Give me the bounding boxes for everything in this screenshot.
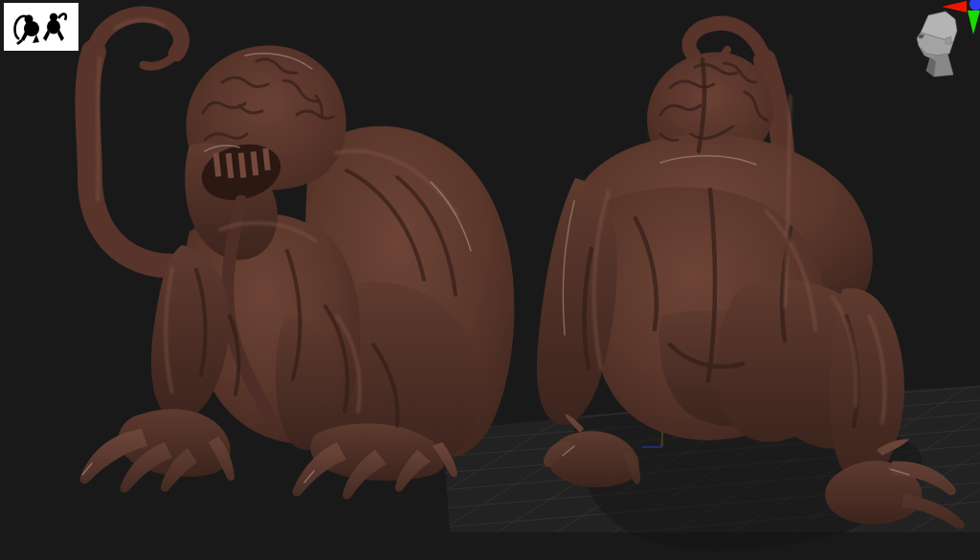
back-left-arm bbox=[537, 178, 617, 425]
model-silhouette-thumbnail[interactable] bbox=[4, 3, 78, 51]
gizmo-z-ball[interactable] bbox=[969, 0, 980, 11]
model-front-view[interactable] bbox=[80, 14, 515, 499]
gizmo-y-cone[interactable] bbox=[968, 11, 980, 34]
polyhead-facets bbox=[917, 11, 957, 77]
sculpt-viewport[interactable] bbox=[0, 0, 980, 560]
polyhead-neck-shadow bbox=[926, 57, 936, 77]
front-tail-tip bbox=[144, 54, 176, 66]
camera-orientation-head-icon[interactable] bbox=[909, 8, 967, 82]
model-back-view[interactable] bbox=[537, 23, 965, 550]
scene-3d-render[interactable] bbox=[0, 0, 980, 560]
